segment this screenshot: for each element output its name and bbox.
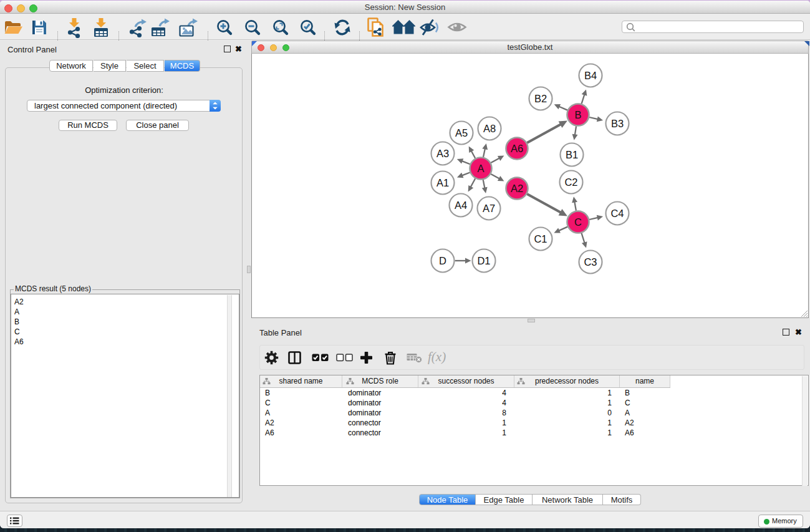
svg-text:B2: B2: [534, 93, 547, 104]
svg-text:C3: C3: [584, 256, 597, 268]
svg-text:A3: A3: [436, 148, 449, 159]
svg-text:C2: C2: [564, 177, 577, 188]
svg-text:D1: D1: [477, 255, 490, 266]
svg-text:C4: C4: [610, 208, 624, 219]
svg-text:A4: A4: [455, 200, 467, 211]
svg-text:B: B: [574, 109, 581, 120]
svg-text:A6: A6: [511, 143, 523, 154]
svg-text:A1: A1: [436, 177, 449, 188]
svg-text:B1: B1: [566, 149, 578, 160]
svg-text:B4: B4: [584, 70, 597, 81]
svg-text:A2: A2: [511, 183, 523, 194]
svg-text:D: D: [439, 255, 446, 266]
svg-text:A5: A5: [455, 127, 468, 138]
svg-text:C: C: [574, 216, 582, 228]
svg-text:C1: C1: [534, 233, 547, 244]
svg-text:B3: B3: [611, 118, 624, 129]
svg-text:A7: A7: [483, 203, 495, 214]
svg-text:A8: A8: [483, 123, 496, 134]
svg-text:A: A: [477, 163, 484, 174]
